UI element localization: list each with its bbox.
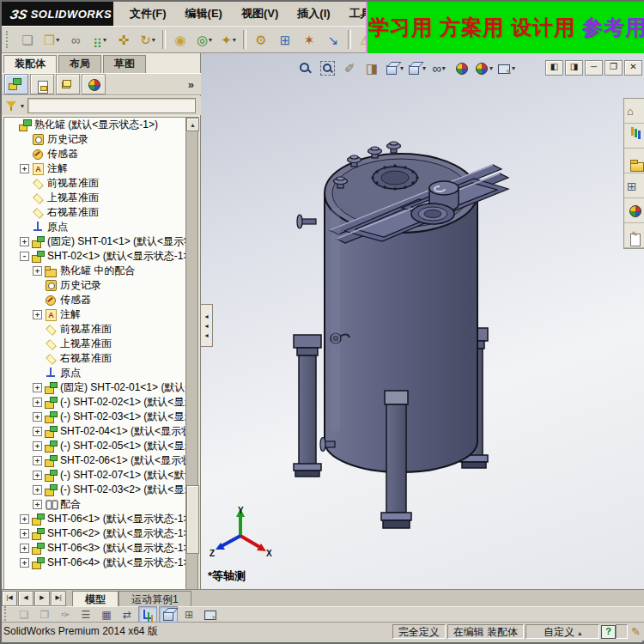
tab-nav-button-0[interactable]: |◀ xyxy=(2,591,17,606)
view-settings-button[interactable]: ▾ xyxy=(495,58,516,78)
tab-布局[interactable]: 布局 xyxy=(58,55,101,73)
tree-item[interactable]: +注解 xyxy=(4,161,186,176)
displaymanager-button[interactable] xyxy=(82,74,106,94)
expand-icon[interactable]: + xyxy=(20,529,29,538)
tab-nav-button-3[interactable]: ▶| xyxy=(51,591,66,606)
design-table-button[interactable]: ⊞ xyxy=(179,606,198,623)
insert-component-button[interactable]: ❏ xyxy=(16,28,39,51)
zoom-to-area-button[interactable] xyxy=(317,58,337,78)
expand-icon[interactable]: + xyxy=(33,310,42,319)
expand-icon[interactable]: + xyxy=(33,471,42,480)
shaded-view-button[interactable] xyxy=(159,606,178,623)
tree-item[interactable]: 上视基准面 xyxy=(4,191,186,205)
dropdown-arrow-icon[interactable]: ▾ xyxy=(103,36,106,44)
tree-item[interactable]: +(-) SHT-02-03<2> (默认<显示 xyxy=(4,483,186,497)
mate-button[interactable]: ∞ xyxy=(64,28,87,51)
file-explorer-button[interactable] xyxy=(624,149,644,173)
tree-item[interactable]: 前视基准面 xyxy=(4,176,186,191)
design-library-button[interactable] xyxy=(624,124,644,149)
measure-chart-button[interactable] xyxy=(138,606,157,623)
tree-item[interactable]: 上视基准面 xyxy=(4,337,186,351)
tree-item[interactable]: 历史记录 xyxy=(4,278,186,293)
bottom-tab-运动算例1[interactable]: 运动算例1 xyxy=(118,591,191,607)
apply-scene-button[interactable]: ▾ xyxy=(473,58,494,78)
tree-item[interactable]: 右视基准面 xyxy=(4,205,186,220)
reference-geometry-button[interactable]: ✦▾ xyxy=(217,28,240,51)
component-pattern-button[interactable]: ⣶▾ xyxy=(88,28,111,51)
tree-item[interactable]: +注解 xyxy=(4,307,186,322)
status-custom-dropdown[interactable]: 自定义 ▴ xyxy=(526,624,599,639)
insert-components-button[interactable]: ❒▾ xyxy=(40,28,63,51)
edit-appearance-button[interactable] xyxy=(451,58,471,78)
view-palette-button[interactable]: ⊞ xyxy=(624,173,644,198)
menu-item-2[interactable]: 视图(V) xyxy=(232,2,288,26)
expand-icon[interactable]: + xyxy=(33,427,42,436)
menu-item-3[interactable]: 插入(I) xyxy=(288,2,339,26)
tree-item[interactable]: +(固定) SHT-02-01<1> (默认<< xyxy=(4,380,186,395)
tree-item[interactable]: +(-) SHT-02-07<1> (默认<默认 xyxy=(4,468,186,483)
filter-icon[interactable] xyxy=(5,99,20,113)
dropdown-arrow-icon[interactable]: ▾ xyxy=(442,64,446,72)
expand-icon[interactable]: + xyxy=(33,456,42,465)
dropdown-arrow-icon[interactable]: ▾ xyxy=(56,36,59,44)
line-format-button[interactable]: ☰ xyxy=(76,606,95,623)
menu-item-0[interactable]: 文件(F) xyxy=(120,2,176,26)
dropdown-arrow-icon[interactable]: ▾ xyxy=(400,64,404,72)
filter-dropdown-arrow[interactable]: ▾ xyxy=(21,102,24,110)
previous-view-button[interactable]: ✐ xyxy=(339,58,360,78)
tree-item[interactable]: +(-) SHT-02-05<1> (默认<显示 xyxy=(4,439,186,453)
tree-item[interactable]: 传感器 xyxy=(4,147,186,161)
featuremanager-tree-button[interactable] xyxy=(4,74,28,94)
tree-item[interactable]: +SHT-06<4> (默认<显示状态-1>) xyxy=(4,556,186,570)
edit-pencil-icon[interactable]: ✎ xyxy=(631,625,641,638)
explode-line-sketch-button[interactable]: ↘ xyxy=(322,28,344,51)
tab-装配体[interactable]: 装配体 xyxy=(3,55,57,73)
tree-item[interactable]: +(固定) SHT-01<1> (默认<显示状态 xyxy=(4,234,186,249)
dropdown-arrow-icon[interactable]: ▾ xyxy=(512,64,515,72)
configurationmanager-button[interactable] xyxy=(56,74,80,94)
smart-fasteners-button[interactable]: ✜ xyxy=(112,28,135,51)
tab-nav-button-1[interactable]: ◀ xyxy=(18,591,33,606)
dropdown-arrow-icon[interactable]: ▾ xyxy=(489,64,493,72)
dropdown-arrow-icon[interactable]: ▾ xyxy=(209,36,212,44)
panel-splitter-handle[interactable]: ◂◂◂ xyxy=(201,304,213,347)
toolbar-grip[interactable] xyxy=(4,606,10,623)
assembly-features-button[interactable]: ◎▾ xyxy=(193,28,216,51)
zoom-to-fit-button[interactable] xyxy=(295,58,315,78)
tree-item[interactable]: +SHT-06<1> (默认<显示状态-1>) xyxy=(4,512,186,526)
expand-icon[interactable]: + xyxy=(33,266,42,276)
vertical-scroll-thumb[interactable] xyxy=(186,485,199,554)
exploded-view-button[interactable]: ✶ xyxy=(298,28,320,51)
expand-icon[interactable]: + xyxy=(20,164,29,173)
expand-icon[interactable]: + xyxy=(20,558,29,568)
toolbar-grip[interactable] xyxy=(6,31,12,48)
scroll-up-button[interactable]: ▲ xyxy=(186,118,199,131)
smart-components-button[interactable]: ⚙ xyxy=(250,28,272,51)
reverse-direction-button[interactable]: ⇄ xyxy=(118,606,137,623)
expand-icon[interactable]: + xyxy=(20,544,29,553)
propertymanager-button[interactable] xyxy=(30,74,54,94)
tree-item[interactable]: 传感器 xyxy=(4,293,186,307)
spell-check-button[interactable]: ❏ xyxy=(15,606,33,623)
tree-item[interactable]: +熟化罐 中的配合 xyxy=(4,264,186,278)
more-options-button[interactable]: » xyxy=(188,78,194,91)
filter-input[interactable] xyxy=(27,98,196,113)
tree-item[interactable]: 熟化罐 (默认<显示状态-1>) xyxy=(4,118,186,132)
tree-item[interactable]: -SHT-02<1> (默认<显示状态-1>) xyxy=(4,249,186,264)
bill-of-materials-button[interactable]: ⊞ xyxy=(274,28,296,51)
expand-icon[interactable]: + xyxy=(33,412,42,422)
tree-item[interactable]: +SHT-06<2> (默认<显示状态-1>) xyxy=(4,526,186,541)
hide-show-items-button[interactable]: ∞▾ xyxy=(428,58,449,78)
help-icon[interactable]: ? xyxy=(601,625,616,639)
expand-icon[interactable]: + xyxy=(33,485,42,495)
restore-button[interactable]: ❐ xyxy=(605,60,623,76)
dropdown-arrow-icon[interactable]: ▾ xyxy=(422,64,426,72)
tree-item[interactable]: +(-) SHT-02-02<1> (默认<显示 xyxy=(4,395,186,410)
show-hidden-components-button[interactable]: ◉ xyxy=(169,28,191,51)
tree-item[interactable]: 历史记录 xyxy=(4,132,186,147)
collapse-left-pane-button[interactable]: ◧ xyxy=(545,60,563,76)
tree-item[interactable]: +SHT-02-06<1> (默认<显示状态- xyxy=(4,453,186,468)
tree-vertical-scrollbar[interactable]: ▲ ▼ xyxy=(185,117,198,618)
bottom-tab-模型[interactable]: 模型 xyxy=(72,591,118,607)
expand-icon[interactable]: + xyxy=(33,383,42,392)
